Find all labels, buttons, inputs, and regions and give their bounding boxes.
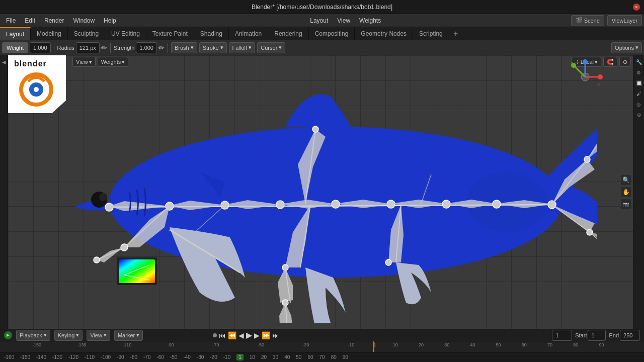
vp-weights-chevron: ▾ (122, 59, 125, 65)
playhead[interactable] (373, 341, 374, 352)
tab-compositing[interactable]: Compositing (309, 27, 355, 40)
hand-btn[interactable]: ✋ (621, 187, 631, 197)
tool-sidebar-icon-4[interactable]: 🖌 (634, 89, 643, 98)
falloff-dropdown[interactable]: Falloff ▾ (229, 42, 256, 53)
scene-selector[interactable]: 🎬 Scene (571, 15, 604, 26)
brush-dropdown[interactable]: Brush ▾ (171, 42, 197, 53)
radius-icon[interactable]: ✏ (101, 44, 107, 52)
tool-sidebar-icon-5[interactable]: ◎ (634, 100, 643, 109)
keying-label: Keying (58, 332, 75, 338)
tab-geometry-nodes[interactable]: Geometry Nodes (355, 27, 413, 40)
menu-edit[interactable]: Edit (21, 16, 39, 25)
menu-view[interactable]: View (333, 16, 354, 25)
timeline-view-btn[interactable]: View ▾ (87, 330, 110, 341)
coord--20: -20 (210, 354, 217, 360)
menu-weights[interactable]: Weights (355, 16, 385, 25)
logo-icon (18, 71, 54, 109)
tool-sidebar-icon-6[interactable]: ⊕ (634, 110, 643, 119)
shark-container (8, 55, 633, 329)
ruler-container: -150 -130 -110 -90 -70 -50 -30 -10 1 10 … (0, 341, 644, 352)
coord--70: -70 (143, 354, 150, 360)
marker-label: Marker (118, 332, 135, 338)
coord-50: 50 (296, 354, 301, 360)
menu-render[interactable]: Render (40, 16, 68, 25)
play-btn[interactable]: ▶ (246, 330, 252, 340)
stroke-label: Stroke (203, 45, 219, 51)
ruler-track[interactable]: -150 -130 -110 -90 -70 -50 -30 -10 1 10 … (0, 341, 644, 352)
tab-animation[interactable]: Animation (229, 27, 268, 40)
tab-texture-paint[interactable]: Texture Paint (146, 27, 194, 40)
svg-point-28 (94, 257, 100, 263)
tab-uv-editing[interactable]: UV Editing (105, 27, 146, 40)
frame-info: 1 Start 1 End 250 (552, 330, 640, 341)
strength-icon[interactable]: ✏ (158, 44, 165, 52)
playback-mode-btn[interactable]: ▶ (4, 331, 12, 339)
gizmo[interactable]: X Y Z (568, 59, 603, 95)
close-button[interactable]: × (633, 4, 640, 11)
tab-shading[interactable]: Shading (194, 27, 229, 40)
timeline-ruler[interactable]: -150 -130 -110 -90 -70 -50 -30 -10 1 10 … (0, 341, 644, 352)
cursor-dropdown[interactable]: Cursor ▾ (257, 42, 285, 53)
tool-sidebar-icon-3[interactable]: 🔲 (634, 78, 643, 87)
camera-btn[interactable]: 📷 (621, 199, 631, 209)
coord-30: 30 (273, 354, 278, 360)
tool-sidebar-icon-2[interactable]: ⚙ (634, 68, 643, 77)
coord-70: 70 (319, 354, 325, 360)
current-frame-input[interactable]: 1 (552, 330, 572, 341)
prev-frame-btn[interactable]: ◀ (238, 331, 244, 339)
viewport[interactable]: blender (8, 55, 633, 329)
radius-group: Radius 121 px ✏ (57, 42, 107, 53)
radius-value[interactable]: 121 px (76, 42, 100, 53)
playback-status-dot (213, 333, 217, 337)
vp-view-btn[interactable]: View ▾ (72, 57, 96, 67)
add-workspace-button[interactable]: + (449, 27, 462, 40)
tab-scripting[interactable]: Scripting (413, 27, 449, 40)
jump-end-btn[interactable]: ⏭ (272, 331, 279, 339)
viewlayer-selector[interactable]: ViewLayer (607, 15, 642, 26)
coord--120: -120 (68, 354, 78, 360)
svg-point-45 (385, 259, 391, 265)
zoom-in-btn[interactable]: 🔍 (621, 175, 631, 185)
svg-point-2 (34, 87, 39, 92)
playback-btn[interactable]: Playback ▾ (16, 330, 50, 341)
jump-start-btn[interactable]: ⏮ (219, 331, 226, 339)
tick-60: 60 (522, 342, 527, 347)
menu-help[interactable]: Help (100, 16, 120, 25)
left-sidebar-toggle[interactable]: ◀ (0, 57, 9, 66)
tab-layout[interactable]: Layout (0, 27, 31, 40)
marker-btn[interactable]: Marker ▾ (114, 330, 143, 341)
coord-1-active: 1 (236, 354, 244, 360)
start-frame-input[interactable]: 1 (588, 330, 606, 341)
start-frame-group: Start 1 (575, 330, 606, 341)
viewlayer-name: ViewLayer (612, 18, 637, 24)
coord--140: -140 (36, 354, 46, 360)
weight-value[interactable]: 1.000 (30, 42, 51, 53)
next-frame-btn[interactable]: ▶ (254, 331, 260, 339)
toolbar: Weight 1.000 Radius 121 px ✏ Strength 1.… (0, 40, 644, 55)
radius-label: Radius (57, 45, 74, 51)
menu-window[interactable]: Window (69, 16, 99, 25)
tab-rendering[interactable]: Rendering (268, 27, 308, 40)
prev-keyframe-btn[interactable]: ⏪ (228, 331, 236, 339)
tick--150: -150 (32, 342, 41, 347)
end-frame-input[interactable]: 250 (620, 330, 640, 341)
tab-sculpting[interactable]: Sculpting (68, 27, 105, 40)
tab-modeling[interactable]: Modeling (31, 27, 68, 40)
tool-sidebar-icon-1[interactable]: 🔧 (634, 57, 643, 66)
proportional-btn[interactable]: ⊙ (619, 57, 631, 67)
options-dropdown[interactable]: Options ▾ (611, 42, 642, 53)
strength-value[interactable]: 1.000 (136, 42, 157, 53)
vp-weights-btn[interactable]: Weights ▾ (98, 57, 129, 67)
stroke-dropdown[interactable]: Stroke ▾ (199, 42, 227, 53)
coord--50: -50 (170, 354, 177, 360)
svg-marker-41 (279, 303, 293, 323)
next-keyframe-btn[interactable]: ⏩ (262, 331, 270, 339)
snap-btn[interactable]: 🧲 (603, 57, 617, 67)
keying-btn[interactable]: Keying ▾ (54, 330, 83, 341)
coord--90: -90 (117, 354, 124, 360)
menu-file[interactable]: File (2, 16, 20, 25)
vp-view-label: View (76, 59, 88, 65)
timeline: ▶ Playback ▾ Keying ▾ View ▾ Marker ▾ ⏮ … (0, 329, 644, 352)
menu-layout[interactable]: Layout (306, 16, 332, 25)
tick-10: 10 (393, 342, 398, 347)
